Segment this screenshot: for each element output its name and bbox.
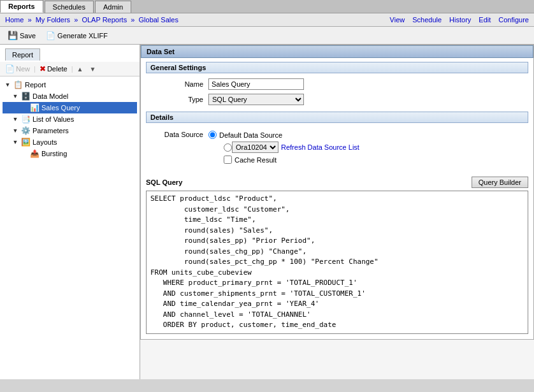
tab-schedules[interactable]: Schedules xyxy=(45,1,94,13)
type-row: Type SQL Query MDX Query View Object HTT… xyxy=(151,94,523,105)
params-icon: ⚙️ xyxy=(21,126,31,135)
type-label: Type xyxy=(151,96,208,103)
save-icon: 💾 xyxy=(8,31,18,40)
sales-query-label: Sales Query xyxy=(41,104,80,112)
sql-query-section: SQL Query Query Builder SELECT product_l… xyxy=(141,171,533,339)
tree-item-sales-query[interactable]: 📊 Sales Query xyxy=(3,102,137,113)
left-panel: Report 📄 New | ✖ Delete | ▲ ▼ ▼ xyxy=(0,45,140,379)
data-model-label: Data Model xyxy=(32,92,68,100)
cache-row: Cache Result xyxy=(224,156,359,164)
move-up-button[interactable]: ▲ xyxy=(75,65,86,73)
default-ds-radio[interactable] xyxy=(208,131,217,139)
tree-item-layouts[interactable]: ▼ 🖼️ Layouts xyxy=(3,136,137,148)
expand-params[interactable]: ▼ xyxy=(11,127,19,134)
delete-icon: ✖ xyxy=(40,64,46,73)
save-label: Save xyxy=(20,32,36,40)
tree-item-parameters[interactable]: ▼ ⚙️ Parameters xyxy=(3,125,137,136)
breadcrumb-global-sales[interactable]: Global Sales xyxy=(139,16,178,24)
breadcrumb: Home » My Folders » OLAP Reports » Globa… xyxy=(5,16,178,24)
lov-icon: 📑 xyxy=(21,115,31,124)
ora-ds-radio[interactable] xyxy=(224,143,232,152)
expand-sales-query xyxy=(20,105,28,111)
move-down-button[interactable]: ▼ xyxy=(87,65,98,73)
xliff-icon: 📄 xyxy=(46,31,55,40)
sql-header: SQL Query Query Builder xyxy=(146,177,528,188)
new-button[interactable]: 📄 New xyxy=(3,64,32,74)
delete-label: Delete xyxy=(47,65,68,73)
tree-item-bursting[interactable]: 📤 Bursting xyxy=(3,148,137,159)
layouts-icon: 🖼️ xyxy=(21,138,31,147)
action-schedule[interactable]: Schedule xyxy=(412,16,442,24)
expand-layouts[interactable]: ▼ xyxy=(11,139,19,145)
breadcrumb-home[interactable]: Home xyxy=(5,16,24,24)
save-button[interactable]: 💾 Save xyxy=(5,29,38,41)
tab-reports[interactable]: Reports xyxy=(0,0,43,13)
expand-lov[interactable]: ▼ xyxy=(11,116,19,122)
report-icon: 📋 xyxy=(13,80,23,89)
expand-report[interactable]: ▼ xyxy=(4,82,11,88)
refresh-link[interactable]: Refresh Data Source List xyxy=(281,143,359,151)
details-header: Details xyxy=(146,112,528,123)
tree-area: ▼ 📋 Report ▼ 🗄️ Data Model 📊 Sales Query… xyxy=(0,76,140,379)
dataset-header: Data Set xyxy=(141,45,533,58)
dataset-panel: Data Set General Settings Name Type SQL … xyxy=(140,45,534,340)
params-label: Parameters xyxy=(32,127,69,134)
generate-xliff-button[interactable]: 📄 Generate XLIFF xyxy=(43,30,110,41)
separator2: | xyxy=(71,65,73,73)
xliff-label: Generate XLIFF xyxy=(57,32,108,40)
new-icon: 📄 xyxy=(5,64,15,73)
bursting-icon: 📤 xyxy=(30,149,40,158)
default-ds-label: Default Data Source xyxy=(219,131,282,139)
default-ds-row: Default Data Source xyxy=(208,131,359,139)
type-select[interactable]: SQL Query MDX Query View Object HTTP (XM… xyxy=(208,94,304,105)
left-toolbar: 📄 New | ✖ Delete | ▲ ▼ xyxy=(0,62,140,76)
tree-item-list-of-values[interactable]: ▼ 📑 List of Values xyxy=(3,113,137,125)
expand-bursting xyxy=(20,150,28,157)
report-label: Report xyxy=(25,81,46,89)
top-tabs: Reports Schedules Admin xyxy=(0,0,534,13)
ora-ds-row: Ora10204 Refresh Data Source List xyxy=(224,142,359,153)
query-builder-button[interactable]: Query Builder xyxy=(472,177,528,188)
action-view[interactable]: View xyxy=(390,16,405,24)
tree-item-report[interactable]: ▼ 📋 Report xyxy=(3,79,137,91)
sql-box[interactable]: SELECT product_ldsc "Product", customer_… xyxy=(146,191,528,334)
name-input[interactable] xyxy=(208,78,304,90)
tree-item-data-model[interactable]: ▼ 🗄️ Data Model xyxy=(3,91,137,102)
action-configure[interactable]: Configure xyxy=(498,16,529,24)
sales-query-icon: 📊 xyxy=(30,103,40,112)
action-history[interactable]: History xyxy=(449,16,471,24)
report-tab[interactable]: Report xyxy=(5,48,40,61)
up-icon: ▲ xyxy=(77,66,83,73)
sql-query-title: SQL Query xyxy=(146,178,182,186)
ora-select[interactable]: Ora10204 xyxy=(232,142,278,153)
lov-label: List of Values xyxy=(32,115,74,123)
tab-admin[interactable]: Admin xyxy=(95,1,131,13)
new-label: New xyxy=(16,65,30,73)
breadcrumb-bar: Home » My Folders » OLAP Reports » Globa… xyxy=(0,13,534,27)
breadcrumb-actions: View Schedule History Edit Configure xyxy=(390,16,529,24)
name-label: Name xyxy=(151,80,208,88)
delete-button[interactable]: ✖ Delete xyxy=(37,64,70,74)
name-row: Name xyxy=(151,78,523,90)
action-edit[interactable]: Edit xyxy=(479,16,491,24)
main-layout: Report 📄 New | ✖ Delete | ▲ ▼ ▼ xyxy=(0,45,534,379)
breadcrumb-my-folders[interactable]: My Folders xyxy=(36,16,70,24)
data-model-icon: 🗄️ xyxy=(21,92,31,101)
breadcrumb-olap-reports[interactable]: OLAP Reports xyxy=(82,16,127,24)
expand-data-model[interactable]: ▼ xyxy=(11,93,19,99)
bursting-label: Bursting xyxy=(41,150,67,157)
cache-checkbox[interactable] xyxy=(224,156,232,164)
right-panel: Data Set General Settings Name Type SQL … xyxy=(140,45,534,379)
layouts-label: Layouts xyxy=(32,138,57,146)
cache-label: Cache Result xyxy=(235,156,277,164)
separator: | xyxy=(34,65,36,73)
general-settings-header: General Settings xyxy=(146,62,528,73)
down-icon: ▼ xyxy=(89,66,96,73)
data-source-label: Data Source xyxy=(151,131,208,138)
datasource-options: Default Data Source Ora10204 Refresh Dat… xyxy=(208,131,359,164)
main-toolbar: 💾 Save 📄 Generate XLIFF xyxy=(0,27,534,45)
